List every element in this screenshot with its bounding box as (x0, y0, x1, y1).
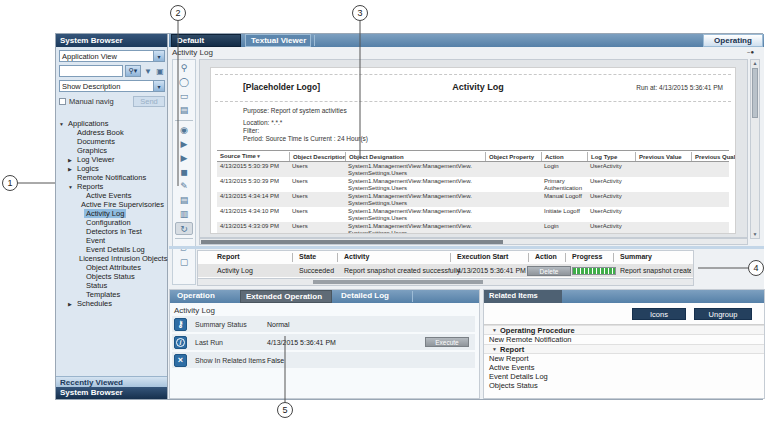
stop-icon[interactable]: ◼ (175, 166, 193, 179)
tree-item-schedules[interactable]: ▶Schedules (56, 299, 166, 308)
view-selector[interactable]: Application View ▾ (59, 50, 165, 62)
horizontal-scrollbar[interactable] (199, 238, 748, 245)
search-icon[interactable]: ⚲ (175, 62, 193, 75)
delete-button[interactable]: Delete (527, 266, 571, 276)
status-column-action[interactable]: Action (535, 253, 557, 260)
tree-item-reports[interactable]: ▼Reports (56, 182, 166, 191)
discard-icon[interactable]: ▢ (175, 256, 193, 269)
manual-nav-checkbox[interactable] (59, 98, 66, 105)
export-excel-icon[interactable]: ▥ (175, 208, 193, 221)
pane-splitter[interactable] (169, 246, 764, 249)
edit-icon[interactable]: ✎ (175, 180, 193, 193)
chevron-down-icon[interactable]: ▾ (153, 81, 164, 91)
tree-item-objects-status[interactable]: Objects Status (56, 272, 166, 281)
scrollbar-thumb[interactable] (752, 68, 758, 118)
tree-item-configuration[interactable]: Configuration (56, 218, 166, 227)
column-header-previous-quality[interactable]: Previous Quality (691, 152, 736, 161)
icons-button[interactable]: Icons (632, 308, 686, 320)
tree-item-event[interactable]: Event (56, 236, 166, 245)
tree-item-activity-log[interactable]: Activity Log (56, 209, 166, 218)
vertical-scrollbar[interactable]: ▲ ▼ (750, 59, 760, 239)
tree-item-event-details-log[interactable]: Event Details Log (56, 245, 166, 254)
tree-item-logics[interactable]: ▶Logics (56, 164, 166, 173)
system-browser-bar[interactable]: System Browser (56, 387, 167, 399)
tree-item-licensed-intrusion-objects[interactable]: Licensed Intrusion Objects (56, 254, 166, 263)
description-selector[interactable]: Show Description ▾ (59, 80, 165, 92)
tree-item-applications[interactable]: ▼Applications (56, 119, 166, 128)
status-horizontal-scrollbar[interactable] (198, 278, 693, 285)
auto-hide-pin-icon[interactable]: −● (747, 49, 754, 55)
tab-operating[interactable]: Operating (703, 34, 763, 47)
tree-item-templates[interactable]: Templates (56, 290, 166, 299)
filter-icon[interactable]: ▼ (143, 67, 153, 76)
scroll-down-icon[interactable]: ▼ (751, 231, 759, 238)
column-header-log-type[interactable]: Log Type (587, 152, 635, 161)
related-group-operating-procedure[interactable]: ▼Operating Procedure (484, 325, 764, 335)
tab-default[interactable]: Default (171, 34, 241, 47)
chevron-collapsed-icon: ▶ (68, 166, 75, 172)
tree-item-address-book[interactable]: Address Book (56, 128, 166, 137)
tab-textual-viewer[interactable]: Textual Viewer (245, 34, 311, 47)
tree-item-object-attributes[interactable]: Object Attributes (56, 263, 166, 272)
tree-item-log-viewer[interactable]: ▶Log Viewer (56, 155, 166, 164)
column-header-action[interactable]: Action (541, 152, 587, 161)
print-icon[interactable]: ▤ (175, 104, 193, 117)
record-icon[interactable]: ◉ (175, 124, 193, 137)
tab-operation[interactable]: Operation (172, 290, 236, 303)
zoom-icon[interactable]: ◯ (175, 76, 193, 89)
tree-item-graphics[interactable]: Graphics (56, 146, 166, 155)
status-column-progress[interactable]: Progress (572, 253, 602, 260)
snapshot-icon[interactable]: ↻ (175, 222, 193, 235)
status-column-activity[interactable]: Activity (344, 253, 369, 260)
column-header-object-description[interactable]: Object Description (289, 152, 345, 161)
status-column-state[interactable]: State (299, 253, 316, 260)
scrollbar-thumb[interactable] (201, 240, 503, 244)
report-status-table: ReportStateActivityExecution StartAction… (197, 250, 694, 286)
column-header-previous-value[interactable]: Previous Value (635, 152, 691, 161)
tree-item-documents[interactable]: Documents (56, 137, 166, 146)
export-pdf-icon[interactable]: ▤ (175, 194, 193, 207)
property-label: Show In Related Items (195, 357, 267, 364)
callout-5: 5 (277, 402, 293, 418)
cell: Login (541, 222, 587, 231)
tree-item-active-fire-supervisories[interactable]: Active Fire Supervisories (56, 200, 166, 209)
recently-viewed-bar[interactable]: Recently Viewed (56, 376, 167, 387)
save-icon[interactable]: ▣ (155, 67, 165, 76)
send-button[interactable]: Send (133, 96, 165, 107)
tree-item-remote-notifications[interactable]: Remote Notifications (56, 173, 166, 182)
tree-item-detectors-in-test[interactable]: Detectors in Test (56, 227, 166, 236)
column-header-source-time[interactable]: Source Time ▾ (217, 152, 289, 161)
tab-related-items[interactable]: Related Items (484, 290, 562, 303)
tree-item-active-events[interactable]: Active Events (56, 191, 166, 200)
tree-item-status[interactable]: Status (56, 281, 166, 290)
scrollbar-thumb[interactable] (313, 280, 483, 284)
column-header-object-property[interactable]: Object Property (485, 152, 541, 161)
related-item-new-remote-notification[interactable]: New Remote Notification (484, 336, 764, 344)
related-item-event-details-log[interactable]: Event Details Log (484, 373, 764, 381)
tab-detailed-log[interactable]: Detailed Log (336, 290, 398, 303)
cell: Login (541, 162, 587, 171)
status-column-summary[interactable]: Summary (620, 253, 652, 260)
column-separator (613, 253, 614, 262)
ungroup-button[interactable]: Ungroup (694, 308, 752, 320)
related-item-new-report[interactable]: New Report (484, 355, 764, 363)
tree-item-label: Applications (66, 119, 110, 128)
related-item-objects-status[interactable]: Objects Status (484, 382, 764, 390)
related-group-report[interactable]: ▼Report (484, 344, 764, 354)
chevron-down-icon[interactable]: ▾ (153, 51, 164, 61)
run-options-icon[interactable]: ▶ (175, 152, 193, 165)
search-input[interactable] (59, 65, 123, 77)
column-separator (565, 253, 566, 262)
status-column-report[interactable]: Report (217, 253, 240, 260)
scroll-up-icon[interactable]: ▲ (751, 60, 759, 67)
column-header-object-designation[interactable]: Object Designation (345, 152, 485, 161)
page-width-icon[interactable]: ▭ (175, 90, 193, 103)
sort-icon[interactable]: ▾ (256, 153, 260, 159)
search-icon[interactable]: ⚲▾ (125, 65, 141, 77)
execute-button[interactable]: Execute (425, 337, 469, 347)
tab-extended-operation[interactable]: Extended Operation (240, 290, 332, 303)
status-column-execution-start[interactable]: Execution Start (457, 253, 508, 260)
related-item-active-events[interactable]: Active Events (484, 364, 764, 372)
status-table-row: Activity Log Succeeded Report snapshot c… (198, 264, 693, 277)
run-report-icon[interactable]: ▶ (175, 138, 193, 151)
